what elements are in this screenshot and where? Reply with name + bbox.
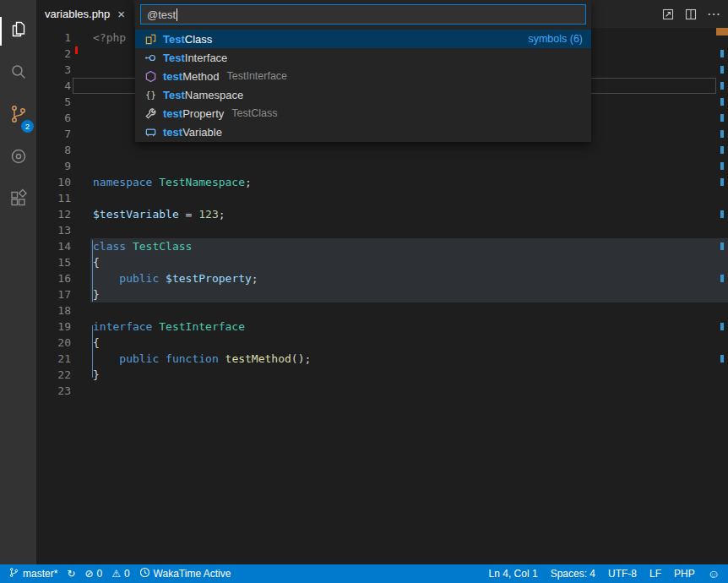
status-git-branch[interactable]: master* [8,567,57,580]
editor-line[interactable]: 9 [36,158,728,174]
status-cursor-position[interactable]: Ln 4, Col 1 [489,568,538,580]
editor-line[interactable]: 22} [36,367,728,383]
match-text: Test [163,89,185,101]
status-indentation[interactable]: Spaces: 4 [551,568,595,580]
token-meta: <?php [93,31,126,44]
status-encoding[interactable]: UTF-8 [608,568,637,580]
overview-mark [720,162,724,170]
debug-icon [8,146,29,170]
status-language-mode[interactable]: PHP [674,568,695,580]
more-actions-icon[interactable]: ⋯ [704,5,723,24]
editor-line[interactable]: 16 public $testProperty; [36,270,728,286]
open-changes-icon[interactable] [659,5,677,24]
quick-open-input[interactable]: @test [140,4,586,25]
match-text: test [163,126,182,139]
token-plain [159,352,166,365]
status-wakatime[interactable]: WakaTime Active [139,567,231,580]
overview-mark [720,210,724,218]
overview-mark [720,114,724,122]
quick-open-query: @test [147,8,176,21]
overview-mark [720,82,724,90]
editor-line[interactable]: 20{ [36,335,728,351]
token-plain: (); [291,352,311,365]
line-number: 20 [36,335,71,351]
line-number: 14 [36,238,71,254]
extensions-icon [8,188,29,212]
status-bar-left: master*↻⊘0⚠0WakaTime Active [8,567,231,580]
code-line: interface TestInterface [93,319,245,335]
editor-line[interactable]: 23 [36,383,728,399]
editor-line[interactable]: 12$testVariable = 123; [36,206,728,222]
editor-line[interactable]: 10namespace TestNamespace; [36,174,728,190]
quick-open-item-testproperty[interactable]: testPropertyTestClass [135,104,591,123]
editor-line[interactable]: 21 public function testMethod(); [36,351,728,367]
line-number: 18 [36,302,71,319]
activity-item-debug[interactable] [0,137,36,179]
editor-group: variables.php × ⋯ [36,0,728,564]
editor-line[interactable]: 19interface TestInterface [36,319,728,335]
symbol-label: Property [182,107,224,120]
code-line: public function testMethod(); [93,351,311,367]
smiley-icon: ☺ [708,568,720,580]
status-feedback-smiley[interactable]: ☺ [708,568,720,580]
editor-line[interactable]: 15{ [36,254,728,270]
editor-line[interactable]: 18 [36,302,728,319]
token-plain: } [93,368,100,381]
activity-item-explorer[interactable] [0,10,36,52]
token-plain [93,272,119,285]
overview-mark [720,130,724,138]
editor-line[interactable]: 13 [36,222,728,238]
status-warnings[interactable]: ⚠0 [111,568,129,580]
status-sync[interactable]: ↻ [67,568,75,580]
quick-open-widget: @test TestClasssymbols (6)TestInterfacet… [135,0,591,142]
status-bar: master*↻⊘0⚠0WakaTime Active Ln 4, Col 1S… [0,564,728,583]
line-number: 5 [36,94,71,110]
overview-ruler [716,28,728,564]
overview-mark [720,98,724,106]
symbol-namespace-icon: {} [144,88,157,101]
editor-line[interactable]: 8 [36,142,728,158]
symbol-label: Method [182,70,219,83]
activity-item-search[interactable] [0,52,36,95]
tab-variables-php[interactable]: variables.php × [36,0,133,28]
status-bar-right: Ln 4, Col 1Spaces: 4UTF-8LFPHP☺ [489,568,720,580]
svg-text:{}: {} [145,90,155,100]
symbol-description: TestClass [231,107,277,119]
quick-open-item-testmethod[interactable]: testMethodTestInterface [135,67,591,85]
token-plain: ; [219,208,225,221]
token-kw: namespace [93,176,152,188]
line-number: 17 [36,286,71,302]
line-number: 6 [36,110,71,126]
status-label: master* [23,568,57,580]
split-editor-icon[interactable] [682,5,700,24]
files-icon [8,19,29,43]
symbol-method-icon [144,69,157,83]
error-icon: ⊘ [84,568,93,580]
quick-open-item-testvariable[interactable]: testVariable [135,123,591,141]
line-number: 13 [36,222,71,238]
status-eol[interactable]: LF [649,568,661,580]
token-plain: ; [245,176,252,188]
code-line: class TestClass [93,238,192,254]
line-number: 23 [36,383,71,399]
status-errors[interactable]: ⊘0 [84,568,102,580]
quick-open-item-testnamespace[interactable]: {}TestNamespace [135,85,591,104]
quick-open-item-testclass[interactable]: TestClasssymbols (6) [135,30,591,48]
overview-mark [720,66,724,74]
editor-line[interactable]: 17} [36,286,728,302]
warning-icon: ⚠ [111,568,121,580]
editor-line[interactable]: 14class TestClass [36,238,728,254]
status-label: 0 [124,568,130,580]
status-label: Spaces: 4 [551,568,595,580]
activity-item-extensions[interactable] [0,179,36,221]
status-label: LF [649,568,661,580]
overview-mark [720,275,724,282]
symbol-description: TestInterface [227,70,288,82]
token-kw: function [166,352,219,365]
activity-item-source-control[interactable]: 2 [0,95,36,137]
quick-open-item-testinterface[interactable]: TestInterface [135,48,591,67]
line-number: 21 [36,351,71,367]
close-icon[interactable]: × [117,8,125,20]
line-number: 8 [36,142,71,158]
editor-line[interactable]: 11 [36,190,728,206]
